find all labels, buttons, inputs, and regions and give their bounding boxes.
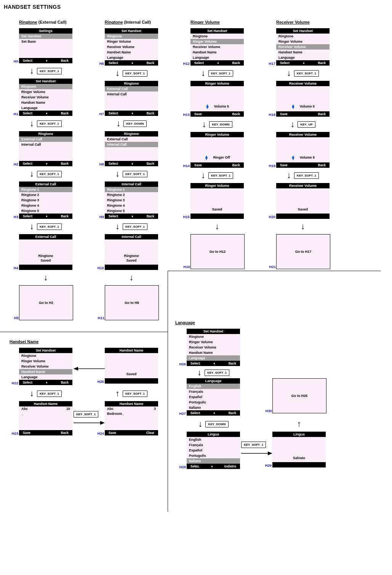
softkey-select[interactable]: Select [109, 161, 118, 166]
message: Saved [212, 207, 222, 212]
footer-empty [190, 214, 244, 219]
softkey-save[interactable]: Save [23, 430, 30, 435]
softkey-back[interactable]: Back [318, 111, 326, 117]
screen-id: H7 [95, 112, 104, 116]
screen-title: Ringer Volume [190, 183, 244, 188]
screen-title: Receiver Volume [276, 81, 330, 86]
screen-id: H14 [181, 164, 190, 168]
updown-icon: ♦ [46, 161, 47, 166]
screen-h28: Lingua English Français Español Portuguê… [187, 432, 240, 469]
softkey-select[interactable]: Select [109, 111, 118, 116]
menu-item: Handset Name [190, 50, 244, 55]
section-title-language: Language [175, 320, 381, 325]
softkey-back[interactable]: Back [61, 214, 69, 219]
screen-h24: Handset Name Abc3 Bedroom_ SaveClear H24 [105, 401, 158, 435]
text-cursor[interactable]: Bedroom_ [105, 411, 158, 416]
softkey-clear[interactable]: Clear [146, 430, 154, 435]
keypress-label: KEY_SOFT_1 [37, 390, 62, 397]
menu-item: Language [19, 105, 72, 111]
softkey-select[interactable]: Select [109, 60, 118, 66]
menu-item-set-base: Set Base [19, 39, 72, 44]
softkey-back[interactable]: Back [147, 214, 154, 219]
softkey-select[interactable]: Select [23, 380, 32, 385]
screen-id: H6 [95, 61, 104, 66]
footer-empty [272, 462, 326, 467]
softkey-save[interactable]: Save [280, 111, 288, 117]
screen-h7: Ringtone External Call Internal Call Sel… [105, 81, 158, 116]
menu-item: Ringtone 4 [19, 203, 72, 208]
softkey-back[interactable]: Back [147, 60, 154, 66]
footer-empty [276, 214, 330, 219]
message: RingtoneSaved [38, 254, 53, 263]
menu-item: Ringer Volume [187, 339, 240, 345]
screen-title: Ringer Volume [190, 132, 244, 137]
softkey-back[interactable]: Back [232, 111, 240, 117]
screen-h22: Set Handset Ringtone Ringer Volume Recei… [19, 348, 72, 385]
softkey-back[interactable]: Back [232, 162, 240, 168]
keypress-label: KEY_DOWN [123, 120, 146, 127]
volume-value: Ringer Off [213, 155, 230, 160]
screen-id: H3 [10, 215, 18, 219]
keypress-label: KEY_SOFT_1 [205, 369, 229, 376]
screen-id: H27 [177, 411, 186, 416]
screen-title: Language [187, 378, 240, 384]
softkey-select[interactable]: Select [23, 58, 32, 63]
softkey-back[interactable]: Back [147, 161, 154, 166]
arrow-down-icon: ↓ [287, 171, 291, 180]
screen-h12: Set Handset Ringtone Ringer Volume Recei… [190, 28, 244, 66]
screen-id: H0 [10, 59, 18, 63]
softkey-select[interactable]: Select [23, 111, 32, 116]
softkey-selez[interactable]: Selez. [190, 464, 200, 469]
screen-h9: Internal Call Ringtone 1 Ringtone 2 Ring… [105, 181, 158, 219]
screen-h10: Internal Call RingtoneSaved H10 [105, 234, 158, 270]
updown-volume-icon: ▲▼ [205, 104, 210, 109]
arrow-down-icon: ↓ [301, 222, 305, 231]
screen-id: H1 [10, 112, 18, 116]
softkey-select[interactable]: Select [194, 60, 204, 66]
screen-title: Internal Call [105, 234, 158, 239]
softkey-indietro[interactable]: Indietro [224, 464, 236, 469]
softkey-back[interactable]: Back [61, 380, 69, 385]
softkey-select[interactable]: Select [23, 161, 32, 166]
screen-id: H11 [96, 316, 104, 320]
softkey-back[interactable]: Back [232, 60, 240, 66]
menu-item: Ringtone [19, 84, 72, 89]
goto-h16: Go to H12 H16 [190, 234, 245, 269]
keypress-label: KEY_UP [298, 121, 315, 128]
updown-icon: ♦ [46, 111, 47, 116]
menu-item: Ringtone [190, 34, 244, 39]
screen-id: H9 [95, 215, 104, 219]
softkey-back[interactable]: Back [318, 60, 326, 66]
arrow-right-icon [241, 451, 272, 456]
screen-title: Set Handset [19, 79, 72, 84]
softkey-select[interactable]: Select [280, 60, 290, 66]
softkey-back[interactable]: Back [61, 111, 69, 116]
softkey-back[interactable]: Back [61, 430, 69, 435]
volume-value: Volume 5 [214, 104, 229, 109]
text-cursor[interactable]: _ [19, 411, 72, 416]
menu-item: Receiver Volume [190, 44, 244, 50]
keypress-label: KEY_SOFT_1 [123, 223, 147, 230]
softkey-back[interactable]: Back [61, 58, 69, 63]
softkey-save[interactable]: Save [194, 111, 202, 117]
updown-icon: ♦ [131, 161, 133, 166]
softkey-select[interactable]: Select [190, 361, 200, 366]
softkey-back[interactable]: Back [318, 162, 326, 168]
menu-item: Ringer Volume [19, 89, 72, 95]
softkey-back[interactable]: Back [229, 410, 236, 416]
message: RingtoneSaved [124, 254, 139, 263]
updown-icon: ♦ [217, 60, 219, 66]
softkey-select[interactable]: Select [109, 214, 118, 219]
softkey-back[interactable]: Back [147, 111, 154, 116]
softkey-save[interactable]: Save [194, 162, 202, 168]
section-title-handset-name: Handset Name [10, 339, 173, 344]
softkey-save[interactable]: Save [280, 162, 288, 168]
updown-icon: ♦ [303, 60, 304, 66]
updown-icon: ♦ [46, 58, 47, 63]
softkey-back[interactable]: Back [229, 361, 236, 366]
softkey-select[interactable]: Select [23, 214, 32, 219]
screen-title: External Call [19, 181, 72, 187]
softkey-save[interactable]: Save [109, 430, 116, 435]
softkey-back[interactable]: Back [61, 161, 69, 166]
softkey-select[interactable]: Select [190, 410, 200, 416]
